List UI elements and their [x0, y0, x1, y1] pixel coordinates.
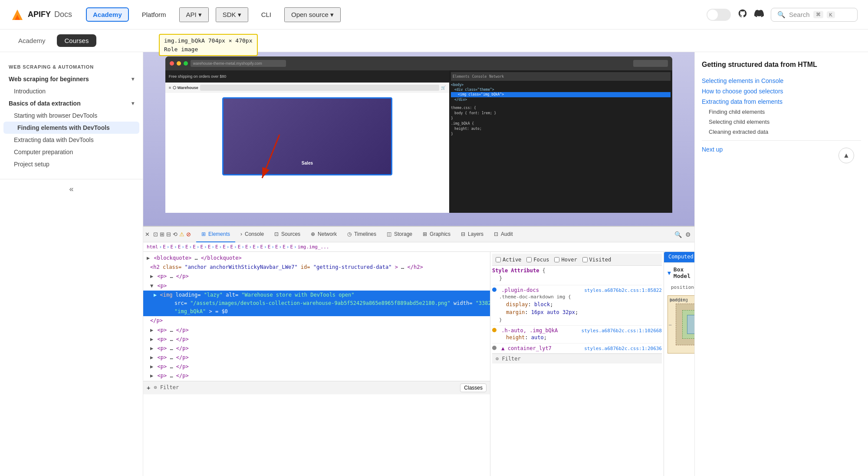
- sidebar-collapse-button[interactable]: «: [69, 185, 73, 194]
- dom-panel[interactable]: ▶ <blockquote> … </blockquote> <h2 class…: [143, 252, 490, 476]
- dom-line[interactable]: ▶ <blockquote> … </blockquote>: [143, 254, 490, 263]
- computed-tabs-row: Computed Layout Font Changes Node Layers: [664, 252, 694, 263]
- triangle-icon: ▼: [667, 270, 671, 276]
- nav-sdk-button[interactable]: SDK ▾: [216, 7, 248, 22]
- style-rule-container: ▲ container_lyt7 styles.a6876b2c.css:1:2…: [492, 344, 662, 354]
- devtools-close-icon[interactable]: ✕: [145, 231, 150, 238]
- sources-icon: ⊡: [274, 231, 279, 237]
- dom-line[interactable]: ▶ <p> … </p>: [143, 335, 490, 344]
- devtools-tab-console[interactable]: › Console: [235, 227, 269, 242]
- devtools-tab-network[interactable]: ⊕ Network: [306, 227, 342, 242]
- nav-api-button[interactable]: API ▾: [179, 7, 209, 22]
- devtools-body: ▶ <blockquote> … </blockquote> <h2 class…: [143, 252, 694, 476]
- devtools-tab-sources[interactable]: ⊡ Sources: [269, 227, 306, 242]
- product-image-highlighted: Sales: [222, 97, 393, 175]
- dom-line[interactable]: ▶ <p> … </p>: [143, 371, 490, 380]
- devtools-tab-elements[interactable]: ⊞ Elements: [196, 227, 235, 242]
- sidebar-item-basics[interactable]: Basics of data extraction ▾: [0, 97, 143, 109]
- api-chevron-icon: ▾: [198, 11, 202, 19]
- dom-line[interactable]: ▶ <p> … </p>: [143, 353, 490, 362]
- main-layout: WEB SCRAPING & AUTOMATION Web scraping f…: [0, 52, 868, 476]
- style-source-link-2[interactable]: styles.a6876b2c.css:1:102668: [582, 328, 662, 334]
- devtools-screen-icon[interactable]: ⊟: [166, 231, 171, 238]
- sidebar-item-extracting-data[interactable]: Extracting data with DevTools: [0, 134, 143, 146]
- scroll-top-button[interactable]: ▲: [838, 148, 854, 163]
- browser-url-bar: warehouse-theme-metal.myshopify.com: [191, 60, 286, 67]
- devtools-pointer-icon[interactable]: ⟲: [173, 231, 178, 238]
- devtools-warning-icon[interactable]: ⚠: [179, 231, 184, 238]
- devtools-search-icon[interactable]: 🔍: [674, 231, 682, 238]
- right-sidebar-item-finding-child[interactable]: Finding child elements: [702, 107, 861, 117]
- browser-dot-yellow: [177, 61, 181, 66]
- discord-icon[interactable]: [754, 9, 764, 21]
- focus-checkbox[interactable]: Focus: [526, 257, 549, 263]
- console-icon: ›: [240, 231, 242, 237]
- logo[interactable]: APIFY Docs: [10, 8, 72, 22]
- sidebar-item-introduction[interactable]: Introduction: [0, 85, 143, 97]
- sidebar-item-web-scraping-beginners[interactable]: Web scraping for beginners ▾: [0, 73, 143, 85]
- sidebar-item-project-setup[interactable]: Project setup: [0, 158, 143, 170]
- right-sidebar-item-next-up[interactable]: Next up: [702, 144, 861, 155]
- dom-line[interactable]: ▶ <p> … </p>: [143, 326, 490, 335]
- right-sidebar-item-cleaning-data[interactable]: Cleaning extracted data: [702, 127, 861, 137]
- sidebar-section-title: WEB SCRAPING & AUTOMATION: [0, 61, 143, 73]
- devtools-tab-audit[interactable]: ⊡ Audit: [489, 227, 518, 242]
- dom-line[interactable]: ▶ <p> … </p>: [143, 344, 490, 353]
- style-source-link[interactable]: styles.a6876b2c.css:1:85822: [584, 288, 662, 293]
- devtools-settings-icon[interactable]: ⚙: [685, 231, 691, 238]
- computed-tab-computed[interactable]: Computed: [664, 252, 694, 262]
- right-sidebar-item-selecting-child[interactable]: Selecting child elements: [702, 117, 861, 127]
- right-sidebar-divider: [702, 140, 861, 141]
- sidebar-item-computer-prep[interactable]: Computer preparation: [0, 146, 143, 158]
- state-filters: Active Focus Hover Visited: [492, 254, 662, 266]
- style-source-link-3[interactable]: styles.a6876b2c.css:1:20636: [584, 346, 662, 351]
- tab-academy[interactable]: Academy: [10, 34, 53, 47]
- theme-toggle-button[interactable]: [707, 9, 731, 21]
- sidebar-item-starting-devtools[interactable]: Starting with browser DevTools: [0, 109, 143, 122]
- devtools-error-icon[interactable]: ⊘: [186, 231, 191, 238]
- dom-line[interactable]: </p>: [143, 316, 490, 325]
- dom-line[interactable]: ▶ <p> … </p>: [143, 362, 490, 371]
- audit-icon: ⊡: [494, 231, 498, 237]
- hover-checkbox[interactable]: Hover: [554, 257, 577, 263]
- content-box: 704 × 470: [687, 315, 694, 334]
- classes-button[interactable]: Classes: [460, 383, 487, 392]
- padding-label: padding: [670, 298, 688, 302]
- devtools-tab-layers[interactable]: ⊟ Layers: [456, 227, 489, 242]
- graphics-icon: ⊞: [423, 231, 427, 237]
- left-sidebar: WEB SCRAPING & AUTOMATION Web scraping f…: [0, 52, 143, 476]
- nav-opensource-button[interactable]: Open source ▾: [284, 7, 341, 22]
- devtools-device-icon[interactable]: ⊞: [160, 231, 164, 238]
- search-box[interactable]: 🔍 Search ⌘ K: [771, 8, 858, 22]
- browser-page: Free shipping on orders over $80 ≡ ⬡ War…: [165, 70, 449, 213]
- nav-platform-button[interactable]: Platform: [136, 8, 172, 21]
- browser-simulation: warehouse-theme-metal.myshopify.com Free…: [165, 56, 672, 213]
- inspector-tooltip: img.img_bQkA 704px × 470px Role image: [159, 34, 258, 56]
- browser-dot-green: [184, 61, 188, 66]
- active-checkbox[interactable]: Active: [496, 257, 521, 263]
- devtools-tab-timelines[interactable]: ◷ Timelines: [342, 227, 381, 242]
- nav-cli-button[interactable]: CLI: [255, 8, 277, 21]
- sidebar-item-finding-elements[interactable]: Finding elements with DevTools: [3, 122, 139, 134]
- github-icon[interactable]: [738, 9, 747, 21]
- dom-filter-bar: + ⊙ Filter Classes: [143, 381, 490, 394]
- style-rule-h-auto: .h-auto, .img_bQkA styles.a6876b2c.css:1…: [492, 326, 662, 344]
- browser-chrome: warehouse-theme-metal.myshopify.com: [165, 56, 672, 70]
- filter-plus-icon[interactable]: +: [147, 383, 150, 393]
- dom-line-selected[interactable]: ▶ <img loading= "lazy" alt= "Warehouse s…: [143, 291, 490, 317]
- devtools-tab-storage[interactable]: ◫ Storage: [381, 227, 418, 242]
- devtools-panel: ✕ ⊡ ⊞ ⊟ ⟲ ⚠ ⊘ ⊞ Elements › Console ⊡ Sou…: [143, 226, 694, 476]
- devtools-inspect-icon[interactable]: ⊡: [153, 231, 158, 238]
- devtools-tab-graphics[interactable]: ⊞ Graphics: [418, 227, 456, 242]
- dom-line[interactable]: ▼ <p>: [143, 281, 490, 291]
- right-sidebar-item-extracting-data[interactable]: Extracting data from elements: [702, 96, 861, 107]
- search-icon: 🔍: [777, 11, 786, 19]
- dom-line[interactable]: <h2 class= "anchor anchorWithStickyNavba…: [143, 263, 490, 272]
- sdk-chevron-icon: ▾: [238, 11, 241, 19]
- right-sidebar-item-good-selectors[interactable]: How to choose good selectors: [702, 86, 861, 96]
- dom-line[interactable]: ▶ <p> … </p>: [143, 272, 490, 281]
- visited-checkbox[interactable]: Visited: [582, 257, 612, 263]
- right-sidebar-item-selecting-console[interactable]: Selecting elements in Console: [702, 76, 861, 86]
- tab-courses[interactable]: Courses: [57, 34, 97, 47]
- nav-academy-button[interactable]: Academy: [86, 7, 129, 22]
